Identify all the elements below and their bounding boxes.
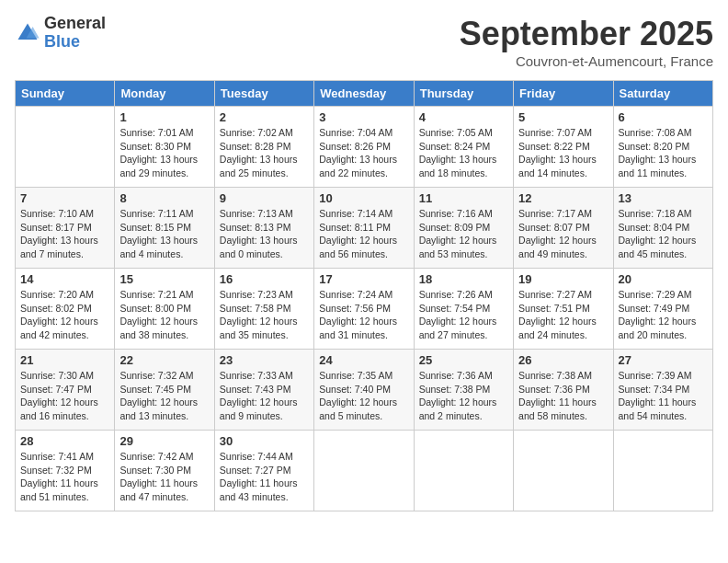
column-header-thursday: Thursday <box>414 81 513 107</box>
day-info: Sunrise: 7:26 AMSunset: 7:54 PMDaylight:… <box>419 288 508 342</box>
day-info: Sunrise: 7:16 AMSunset: 8:09 PMDaylight:… <box>419 207 508 261</box>
calendar-cell: 26Sunrise: 7:38 AMSunset: 7:36 PMDayligh… <box>514 350 613 431</box>
logo-blue: Blue <box>44 33 106 52</box>
calendar-cell <box>514 431 613 511</box>
calendar-cell: 9Sunrise: 7:13 AMSunset: 8:13 PMDaylight… <box>214 188 313 269</box>
day-number: 15 <box>119 272 209 286</box>
logo: General Blue <box>15 15 106 52</box>
day-number: 24 <box>319 353 408 367</box>
day-number: 7 <box>20 191 109 205</box>
day-number: 8 <box>119 191 209 205</box>
week-row-2: 7Sunrise: 7:10 AMSunset: 8:17 PMDaylight… <box>16 188 713 269</box>
day-info: Sunrise: 7:41 AMSunset: 7:32 PMDaylight:… <box>20 450 109 504</box>
calendar-cell: 19Sunrise: 7:27 AMSunset: 7:51 PMDayligh… <box>514 269 613 350</box>
day-info: Sunrise: 7:01 AMSunset: 8:30 PMDaylight:… <box>119 126 209 180</box>
day-number: 30 <box>220 434 309 448</box>
calendar-cell: 25Sunrise: 7:36 AMSunset: 7:38 PMDayligh… <box>414 350 513 431</box>
day-number: 13 <box>619 191 708 205</box>
day-info: Sunrise: 7:08 AMSunset: 8:20 PMDaylight:… <box>619 126 708 180</box>
day-info: Sunrise: 7:36 AMSunset: 7:38 PMDaylight:… <box>419 369 508 423</box>
day-number: 6 <box>619 110 708 124</box>
calendar-cell: 20Sunrise: 7:29 AMSunset: 7:49 PMDayligh… <box>613 269 712 350</box>
calendar-cell: 1Sunrise: 7:01 AMSunset: 8:30 PMDaylight… <box>115 107 214 188</box>
column-header-sunday: Sunday <box>16 81 115 107</box>
day-number: 25 <box>419 353 508 367</box>
day-info: Sunrise: 7:30 AMSunset: 7:47 PMDaylight:… <box>20 369 109 423</box>
calendar-cell: 18Sunrise: 7:26 AMSunset: 7:54 PMDayligh… <box>414 269 513 350</box>
day-number: 22 <box>119 353 209 367</box>
day-info: Sunrise: 7:32 AMSunset: 7:45 PMDaylight:… <box>119 369 209 423</box>
day-number: 28 <box>20 434 109 448</box>
header-row: SundayMondayTuesdayWednesdayThursdayFrid… <box>16 81 713 107</box>
calendar-cell: 3Sunrise: 7:04 AMSunset: 8:26 PMDaylight… <box>314 107 414 188</box>
day-info: Sunrise: 7:23 AMSunset: 7:58 PMDaylight:… <box>220 288 309 342</box>
calendar-cell: 8Sunrise: 7:11 AMSunset: 8:15 PMDaylight… <box>115 188 214 269</box>
day-number: 27 <box>619 353 708 367</box>
column-header-friday: Friday <box>514 81 613 107</box>
calendar-cell: 4Sunrise: 7:05 AMSunset: 8:24 PMDaylight… <box>414 107 513 188</box>
week-row-5: 28Sunrise: 7:41 AMSunset: 7:32 PMDayligh… <box>16 431 713 511</box>
calendar-cell: 22Sunrise: 7:32 AMSunset: 7:45 PMDayligh… <box>115 350 214 431</box>
calendar-cell: 14Sunrise: 7:20 AMSunset: 8:02 PMDayligh… <box>16 269 115 350</box>
day-number: 5 <box>518 110 608 124</box>
day-number: 11 <box>419 191 508 205</box>
calendar-cell <box>16 107 115 188</box>
day-info: Sunrise: 7:29 AMSunset: 7:49 PMDaylight:… <box>619 288 708 342</box>
day-info: Sunrise: 7:11 AMSunset: 8:15 PMDaylight:… <box>119 207 209 261</box>
calendar-cell: 13Sunrise: 7:18 AMSunset: 8:04 PMDayligh… <box>613 188 712 269</box>
week-row-1: 1Sunrise: 7:01 AMSunset: 8:30 PMDaylight… <box>16 107 713 188</box>
day-number: 17 <box>319 272 408 286</box>
calendar-cell: 11Sunrise: 7:16 AMSunset: 8:09 PMDayligh… <box>414 188 513 269</box>
calendar-cell: 24Sunrise: 7:35 AMSunset: 7:40 PMDayligh… <box>314 350 414 431</box>
day-number: 2 <box>220 110 309 124</box>
day-number: 10 <box>319 191 408 205</box>
calendar-cell: 30Sunrise: 7:44 AMSunset: 7:27 PMDayligh… <box>214 431 313 511</box>
calendar-cell: 7Sunrise: 7:10 AMSunset: 8:17 PMDaylight… <box>16 188 115 269</box>
day-info: Sunrise: 7:04 AMSunset: 8:26 PMDaylight:… <box>319 126 408 180</box>
calendar-cell <box>314 431 414 511</box>
day-number: 29 <box>119 434 209 448</box>
week-row-3: 14Sunrise: 7:20 AMSunset: 8:02 PMDayligh… <box>16 269 713 350</box>
calendar-cell: 15Sunrise: 7:21 AMSunset: 8:00 PMDayligh… <box>115 269 214 350</box>
calendar-cell: 17Sunrise: 7:24 AMSunset: 7:56 PMDayligh… <box>314 269 414 350</box>
day-info: Sunrise: 7:13 AMSunset: 8:13 PMDaylight:… <box>220 207 309 261</box>
page-header: General Blue September 2025 Couvron-et-A… <box>15 15 713 69</box>
column-header-wednesday: Wednesday <box>314 81 414 107</box>
calendar-cell: 12Sunrise: 7:17 AMSunset: 8:07 PMDayligh… <box>514 188 613 269</box>
day-info: Sunrise: 7:20 AMSunset: 8:02 PMDaylight:… <box>20 288 109 342</box>
day-number: 16 <box>220 272 309 286</box>
month-title: September 2025 <box>460 15 713 53</box>
logo-text: General Blue <box>44 15 106 52</box>
day-info: Sunrise: 7:44 AMSunset: 7:27 PMDaylight:… <box>220 450 309 504</box>
calendar-cell <box>613 431 712 511</box>
day-info: Sunrise: 7:10 AMSunset: 8:17 PMDaylight:… <box>20 207 109 261</box>
day-number: 18 <box>419 272 508 286</box>
column-header-saturday: Saturday <box>613 81 712 107</box>
day-number: 20 <box>619 272 708 286</box>
day-number: 3 <box>319 110 408 124</box>
day-info: Sunrise: 7:42 AMSunset: 7:30 PMDaylight:… <box>119 450 209 504</box>
day-number: 26 <box>518 353 608 367</box>
day-info: Sunrise: 7:07 AMSunset: 8:22 PMDaylight:… <box>518 126 608 180</box>
calendar-cell: 10Sunrise: 7:14 AMSunset: 8:11 PMDayligh… <box>314 188 414 269</box>
week-row-4: 21Sunrise: 7:30 AMSunset: 7:47 PMDayligh… <box>16 350 713 431</box>
title-block: September 2025 Couvron-et-Aumencourt, Fr… <box>460 15 713 69</box>
calendar-cell: 21Sunrise: 7:30 AMSunset: 7:47 PMDayligh… <box>16 350 115 431</box>
day-info: Sunrise: 7:21 AMSunset: 8:00 PMDaylight:… <box>119 288 209 342</box>
day-number: 12 <box>518 191 608 205</box>
calendar-cell: 5Sunrise: 7:07 AMSunset: 8:22 PMDaylight… <box>514 107 613 188</box>
logo-general: General <box>44 15 106 33</box>
column-header-tuesday: Tuesday <box>214 81 313 107</box>
day-info: Sunrise: 7:35 AMSunset: 7:40 PMDaylight:… <box>319 369 408 423</box>
calendar-cell: 16Sunrise: 7:23 AMSunset: 7:58 PMDayligh… <box>214 269 313 350</box>
day-info: Sunrise: 7:33 AMSunset: 7:43 PMDaylight:… <box>220 369 309 423</box>
day-info: Sunrise: 7:17 AMSunset: 8:07 PMDaylight:… <box>518 207 608 261</box>
day-info: Sunrise: 7:02 AMSunset: 8:28 PMDaylight:… <box>220 126 309 180</box>
location-subtitle: Couvron-et-Aumencourt, France <box>460 53 713 69</box>
calendar-cell: 29Sunrise: 7:42 AMSunset: 7:30 PMDayligh… <box>115 431 214 511</box>
day-info: Sunrise: 7:27 AMSunset: 7:51 PMDaylight:… <box>518 288 608 342</box>
calendar-cell: 28Sunrise: 7:41 AMSunset: 7:32 PMDayligh… <box>16 431 115 511</box>
calendar-cell: 23Sunrise: 7:33 AMSunset: 7:43 PMDayligh… <box>214 350 313 431</box>
day-info: Sunrise: 7:18 AMSunset: 8:04 PMDaylight:… <box>619 207 708 261</box>
calendar-cell: 6Sunrise: 7:08 AMSunset: 8:20 PMDaylight… <box>613 107 712 188</box>
